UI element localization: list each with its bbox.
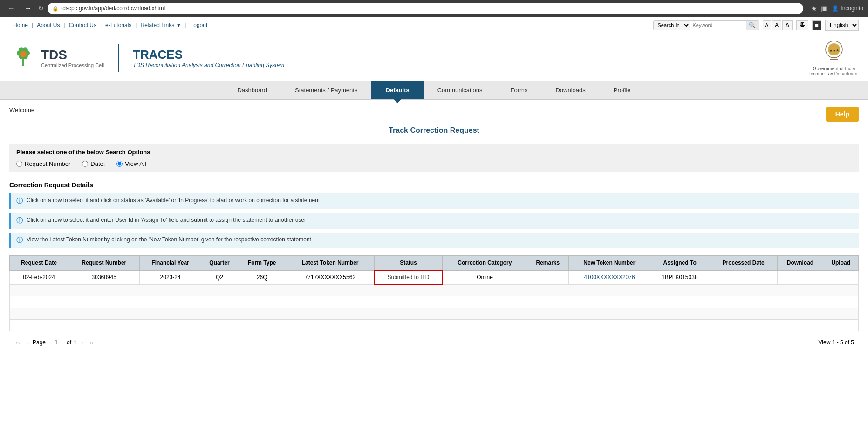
- search-in-select[interactable]: Search In: [654, 21, 690, 30]
- logo-area: TDS Centralized Processing Cell TRACES T…: [9, 44, 284, 72]
- nav-defaults[interactable]: Defaults: [371, 81, 423, 99]
- contrast-icon-button[interactable]: ■: [812, 20, 821, 30]
- lock-icon: 🔒: [52, 6, 59, 12]
- th-financial-year: Financial Year: [140, 256, 201, 271]
- pagination: ‹‹ ‹ Page of 1 › ›› View 1 - 5 of 5: [9, 334, 859, 351]
- refresh-button[interactable]: ↻: [38, 5, 44, 12]
- nav-forms[interactable]: Forms: [497, 81, 542, 99]
- welcome-text: Welcome: [9, 107, 859, 114]
- home-link[interactable]: Home: [9, 22, 32, 28]
- radio-view-all[interactable]: View All: [116, 160, 146, 167]
- svg-text:★★★: ★★★: [829, 48, 839, 53]
- url-text: tdscpc.gov.in/app/ded/corrdownload.xhtml: [61, 5, 165, 12]
- search-box: Search In 🔍: [653, 20, 759, 30]
- help-button[interactable]: Help: [826, 107, 859, 122]
- table-row-empty-3: [10, 308, 859, 319]
- table-row-empty-1: [10, 284, 859, 296]
- print-icon-button[interactable]: 🖶: [796, 20, 808, 30]
- nav-downloads[interactable]: Downloads: [541, 81, 599, 99]
- th-request-date: Request Date: [10, 256, 68, 271]
- info-message-3: ⓘ View the Latest Token Number by clicki…: [9, 233, 859, 248]
- search-input[interactable]: [690, 21, 746, 29]
- th-correction-category: Correction Category: [443, 256, 527, 271]
- language-select[interactable]: English: [825, 20, 859, 31]
- table-header-row: Request Date Request Number Financial Ye…: [10, 256, 859, 271]
- nav-profile[interactable]: Profile: [600, 81, 645, 99]
- td-new-token-number[interactable]: 4100XXXXXXX2076: [569, 270, 650, 284]
- bookmark-icon[interactable]: ★: [811, 4, 817, 13]
- forward-button[interactable]: →: [21, 2, 34, 14]
- back-button[interactable]: ←: [5, 2, 18, 14]
- address-bar[interactable]: 🔒 tdscpc.gov.in/app/ded/corrdownload.xht…: [48, 3, 803, 14]
- first-page-button[interactable]: ‹‹: [14, 338, 22, 347]
- font-large-button[interactable]: A: [782, 20, 792, 30]
- search-radio-group: Request Number Date: View All: [16, 160, 852, 167]
- contact-us-link[interactable]: Contact Us: [65, 22, 100, 28]
- govt-line1: Government of India: [809, 66, 859, 71]
- nav-dashboard[interactable]: Dashboard: [223, 81, 281, 99]
- total-pages: 1: [74, 339, 77, 346]
- radio-date-input[interactable]: [82, 161, 88, 167]
- info-text-2: Click on a row to select it and enter Us…: [27, 217, 306, 223]
- font-size-controls: A A A: [763, 20, 793, 30]
- nav-communications[interactable]: Communications: [424, 81, 497, 99]
- search-button[interactable]: 🔍: [746, 21, 759, 30]
- main-nav: Dashboard Statements / Payments Defaults…: [0, 81, 868, 100]
- th-quarter: Quarter: [201, 256, 238, 271]
- content-area: Help Welcome Track Correction Request Pl…: [0, 100, 868, 358]
- logout-link[interactable]: Logout: [187, 22, 212, 28]
- info-message-2: ⓘ Click on a row to select it and enter …: [9, 213, 859, 229]
- table-row[interactable]: 02-Feb-2024 30360945 2023-24 Q2 26Q 7717…: [10, 270, 859, 284]
- font-small-button[interactable]: A: [763, 20, 772, 30]
- nav-statements-payments[interactable]: Statements / Payments: [281, 81, 371, 99]
- radio-view-all-input[interactable]: [116, 161, 123, 167]
- font-medium-button[interactable]: A: [772, 20, 781, 30]
- td-processed-date: [710, 270, 777, 284]
- top-nav-right: Search In 🔍 A A A 🖶 ■ English: [653, 20, 859, 31]
- radio-date-label: Date:: [90, 160, 105, 167]
- browser-actions: ★ ▣: [811, 4, 828, 13]
- th-download: Download: [777, 256, 823, 271]
- correction-request-table: Request Date Request Number Financial Ye…: [9, 255, 859, 331]
- etutorials-link[interactable]: e-Tutorials: [102, 22, 135, 28]
- radio-date[interactable]: Date:: [82, 160, 105, 167]
- td-remarks: [527, 270, 569, 284]
- page-number-input[interactable]: [48, 338, 64, 347]
- page-label: Page: [33, 339, 46, 346]
- svg-rect-4: [22, 57, 24, 66]
- info-icon-2: ⓘ: [16, 217, 23, 225]
- th-remarks: Remarks: [527, 256, 569, 271]
- welcome-row: Help Welcome: [9, 107, 859, 122]
- search-options-section: Please select one of the below Search Op…: [9, 144, 859, 172]
- related-links-link[interactable]: Related Links ▼: [137, 22, 185, 28]
- td-upload: [823, 270, 859, 284]
- page-title: Track Correction Request: [9, 126, 859, 135]
- info-message-1: ⓘ Click on a row to select it and click …: [9, 193, 859, 209]
- svg-rect-8: [831, 57, 837, 58]
- pagination-controls: ‹‹ ‹ Page of 1 › ››: [14, 338, 96, 347]
- radio-request-number-input[interactable]: [16, 161, 22, 167]
- correction-details-title: Correction Request Details: [9, 181, 859, 189]
- prev-page-button[interactable]: ‹: [24, 338, 30, 347]
- search-options-title: Please select one of the below Search Op…: [16, 149, 852, 156]
- last-page-button[interactable]: ››: [87, 338, 95, 347]
- th-assigned-to: Assigned To: [650, 256, 710, 271]
- radio-request-number[interactable]: Request Number: [16, 160, 70, 167]
- info-icon-3: ⓘ: [16, 236, 23, 245]
- tds-title-area: TDS Centralized Processing Cell: [41, 48, 104, 68]
- logo-divider: [118, 44, 119, 72]
- of-text: of: [67, 339, 71, 346]
- radio-view-all-label: View All: [125, 160, 146, 167]
- th-status: Status: [374, 256, 442, 271]
- svg-rect-9: [830, 59, 838, 60]
- about-us-link[interactable]: About Us: [33, 22, 63, 28]
- tds-logo-icon: [9, 44, 37, 72]
- traces-title-area: TRACES TDS Reconciliation Analysis and C…: [133, 48, 284, 68]
- tds-subtitle: Centralized Processing Cell: [41, 62, 104, 68]
- info-text-1: Click on a row to select it and click on…: [27, 197, 320, 204]
- view-range: View 1 - 5 of 5: [819, 339, 854, 346]
- window-icon[interactable]: ▣: [821, 4, 828, 13]
- table-row-empty-2: [10, 296, 859, 308]
- next-page-button[interactable]: ›: [79, 338, 85, 347]
- th-form-type: Form Type: [238, 256, 286, 271]
